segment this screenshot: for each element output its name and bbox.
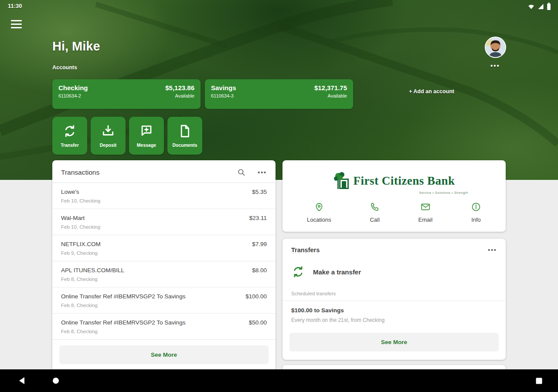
quick-action-label: Documents <box>172 142 197 148</box>
transaction-merchant: APL ITUNES.COM/BILL <box>61 267 124 274</box>
transaction-detail: Feb 10, Checking <box>61 198 100 203</box>
transaction-merchant: Online Transfer Ref #IBEMRVSGP2 To Savin… <box>61 293 185 300</box>
recents-icon[interactable] <box>528 369 549 392</box>
transaction-info: Wal-Mart Feb 10, Checking <box>61 215 100 230</box>
account-name: Checking <box>58 84 88 91</box>
transaction-detail: Feb 8, Checking <box>61 329 185 334</box>
transfer-button[interactable]: Transfer <box>52 117 87 155</box>
status-bar-time: 11:30 <box>8 3 22 9</box>
transaction-row[interactable]: Online Transfer Ref #IBEMRVSGP2 To Savin… <box>52 287 276 314</box>
account-card-checking[interactable]: Checking 6110634-2 $5,123.86 Available <box>52 79 201 109</box>
transaction-detail: Feb 10, Checking <box>61 224 100 230</box>
transaction-info: NETFLIX.COM Feb 9, Checking <box>61 241 101 256</box>
quick-actions-row: Transfer Deposit Message Documents <box>52 117 202 155</box>
deposit-button[interactable]: Deposit <box>91 117 126 155</box>
account-balance-block: $12,371.75 Available <box>314 84 347 104</box>
transactions-card: Transactions ••• Lowe's Feb 10, Checking… <box>52 160 276 379</box>
transfers-header: Transfers ••• <box>282 239 506 253</box>
header-overflow-icon[interactable]: ••• <box>490 62 500 69</box>
transactions-see-more-button[interactable]: See More <box>59 345 269 364</box>
account-balance-label: Available <box>165 93 194 98</box>
location-pin-icon <box>314 202 324 212</box>
quick-action-label: Message <box>137 142 156 148</box>
message-button[interactable]: Message <box>129 117 164 155</box>
wifi-icon <box>527 3 535 10</box>
transfers-title: Transfers <box>291 247 488 253</box>
transaction-amount: $8.00 <box>252 267 267 282</box>
transaction-amount: $23.11 <box>249 215 267 230</box>
make-transfer-button[interactable]: Make a transfer <box>282 253 506 279</box>
account-info: Checking 6110634-2 <box>58 84 88 104</box>
transaction-row[interactable]: NETFLIX.COM Feb 9, Checking $7.99 <box>52 235 276 261</box>
transaction-detail: Feb 8, Checking <box>61 277 124 282</box>
bank-actions-row: Locations Call Email Info <box>282 195 506 223</box>
account-number: 6110634-2 <box>58 93 88 98</box>
android-navigation-bar <box>0 369 558 392</box>
account-name: Savings <box>211 84 236 91</box>
bank-card: First Citizens Bank Service • Solutions … <box>282 160 506 232</box>
avatar[interactable] <box>485 37 506 58</box>
account-balance-label: Available <box>314 93 347 98</box>
home-icon[interactable] <box>45 369 66 392</box>
transfers-see-more-button[interactable]: See More <box>289 333 499 351</box>
add-account-button[interactable]: + Add an account <box>379 88 484 95</box>
transaction-info: Lowe's Feb 10, Checking <box>61 189 100 203</box>
transactions-overflow-icon[interactable]: ••• <box>258 169 267 176</box>
transaction-merchant: Online Transfer Ref #IBEMRVSGP2 To Savin… <box>61 319 185 326</box>
scheduled-transfer-detail: Every month on the 21st, from Checking <box>291 317 497 323</box>
transaction-detail: Feb 9, Checking <box>61 250 101 256</box>
transactions-header: Transactions ••• <box>52 160 276 183</box>
transaction-row[interactable]: Wal-Mart Feb 10, Checking $23.11 <box>52 209 276 235</box>
transfer-icon <box>62 124 77 139</box>
bank-action-label: Call <box>370 216 379 223</box>
account-balance: $5,123.86 <box>165 84 194 91</box>
bank-action-label: Info <box>471 216 481 223</box>
transaction-amount: $50.00 <box>249 319 267 334</box>
account-info: Savings 6110634-3 <box>211 84 236 104</box>
email-button[interactable]: Email <box>418 202 433 223</box>
scheduled-transfer-row[interactable]: $100.00 to Savings Every month on the 21… <box>282 301 506 323</box>
locations-button[interactable]: Locations <box>307 202 331 223</box>
scheduled-transfers-label: Scheduled transfers <box>282 279 506 301</box>
transaction-amount: $5.35 <box>252 189 267 203</box>
bank-action-label: Email <box>418 216 433 223</box>
bank-tree-logo-icon <box>333 172 350 190</box>
account-card-savings[interactable]: Savings 6110634-3 $12,371.75 Available <box>205 79 353 109</box>
deposit-icon <box>101 124 116 139</box>
documents-icon <box>177 124 192 139</box>
documents-button[interactable]: Documents <box>167 117 202 155</box>
signal-icon <box>537 3 544 10</box>
info-icon <box>471 202 481 212</box>
menu-icon[interactable] <box>11 20 22 28</box>
search-icon[interactable] <box>237 168 245 176</box>
status-bar-icons <box>527 3 551 10</box>
transaction-row[interactable]: APL ITUNES.COM/BILL Feb 8, Checking $8.0… <box>52 261 276 287</box>
bank-logo-text: First Citizens Bank <box>353 174 455 188</box>
quick-action-label: Deposit <box>100 142 117 148</box>
account-balance-block: $5,123.86 Available <box>165 84 194 104</box>
scheduled-transfer-title: $100.00 to Savings <box>291 307 497 314</box>
email-icon <box>420 202 431 212</box>
transaction-merchant: Wal-Mart <box>61 215 100 221</box>
page-title: Hi, Mike <box>52 39 100 54</box>
transaction-merchant: NETFLIX.COM <box>61 241 101 247</box>
bank-action-label: Locations <box>307 216 331 223</box>
transactions-title: Transactions <box>61 169 237 176</box>
back-icon[interactable] <box>11 369 32 392</box>
transaction-info: Online Transfer Ref #IBEMRVSGP2 To Savin… <box>61 319 185 334</box>
call-button[interactable]: Call <box>370 202 380 223</box>
info-button[interactable]: Info <box>471 202 481 223</box>
transaction-info: Online Transfer Ref #IBEMRVSGP2 To Savin… <box>61 293 185 308</box>
phone-icon <box>370 202 380 212</box>
accounts-section-label: Accounts <box>52 64 77 71</box>
bank-logo: First Citizens Bank <box>282 160 506 190</box>
account-number: 6110634-3 <box>211 93 236 98</box>
transaction-row[interactable]: Online Transfer Ref #IBEMRVSGP2 To Savin… <box>52 314 276 340</box>
transfers-overflow-icon[interactable]: ••• <box>488 247 497 253</box>
avatar-photo <box>486 37 505 57</box>
transaction-row[interactable]: Lowe's Feb 10, Checking $5.35 <box>52 183 276 209</box>
transaction-amount: $7.99 <box>252 241 267 256</box>
transaction-detail: Feb 8, Checking <box>61 303 185 308</box>
transfers-card: Transfers ••• Make a transfer Scheduled … <box>282 239 506 360</box>
account-balance: $12,371.75 <box>314 84 347 91</box>
